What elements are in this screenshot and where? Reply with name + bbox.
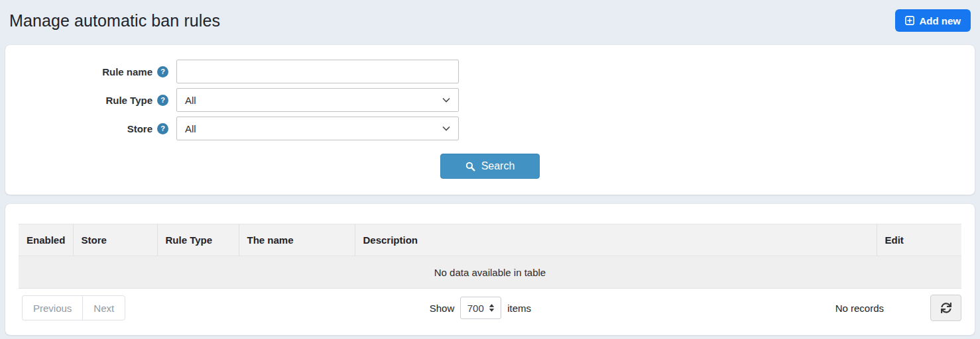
question-circle-icon[interactable]: ? xyxy=(157,66,168,77)
search-icon xyxy=(465,162,475,171)
empty-table-row: No data available in table xyxy=(19,256,961,289)
store-row: Store ? All xyxy=(5,117,975,140)
rules-table: Enabled Store Rule Type The name Descrip… xyxy=(19,224,961,289)
records-area: No records xyxy=(835,295,961,321)
up-down-arrows-icon xyxy=(489,304,495,312)
rule-name-row: Rule name ? xyxy=(5,60,975,83)
page-size-value: 700 xyxy=(467,303,484,314)
rule-name-label: Rule name xyxy=(102,66,153,77)
column-header-store: Store xyxy=(73,224,157,256)
filter-panel: Rule name ? Rule Type ? All Store ? xyxy=(5,45,975,195)
previous-page-button[interactable]: Previous xyxy=(22,295,82,320)
column-header-edit: Edit xyxy=(877,224,961,256)
page-size-control: Show 700 items xyxy=(125,297,835,319)
search-row: Search xyxy=(5,154,975,179)
refresh-sync-icon xyxy=(941,303,951,313)
store-selected-value: All xyxy=(185,123,196,134)
column-header-rule-type: Rule Type xyxy=(157,224,239,256)
next-page-button[interactable]: Next xyxy=(82,295,125,320)
chevron-down-icon xyxy=(442,126,450,131)
empty-table-message: No data available in table xyxy=(19,256,961,289)
table-header-row: Enabled Store Rule Type The name Descrip… xyxy=(19,224,961,256)
question-circle-icon[interactable]: ? xyxy=(157,123,168,134)
show-label: Show xyxy=(430,303,455,314)
search-button-label: Search xyxy=(481,160,515,172)
question-circle-icon[interactable]: ? xyxy=(157,95,168,106)
rule-type-row: Rule Type ? All xyxy=(5,88,975,112)
page-title: Manage automatic ban rules xyxy=(9,11,220,30)
store-label: Store xyxy=(127,123,153,134)
page-size-select[interactable]: 700 xyxy=(460,297,501,319)
search-button[interactable]: Search xyxy=(440,154,540,179)
items-label: items xyxy=(507,303,531,314)
refresh-button[interactable] xyxy=(930,295,961,321)
pagination: Previous Next xyxy=(22,295,125,320)
add-new-button[interactable]: Add new xyxy=(895,9,971,32)
add-new-label: Add new xyxy=(920,15,961,26)
rule-name-input[interactable] xyxy=(176,60,459,83)
records-status: No records xyxy=(835,303,884,314)
column-header-the-name: The name xyxy=(239,224,355,256)
column-header-description: Description xyxy=(355,224,877,256)
results-panel: Enabled Store Rule Type The name Descrip… xyxy=(5,204,975,335)
rule-type-select[interactable]: All xyxy=(176,88,459,112)
column-header-enabled: Enabled xyxy=(19,224,73,256)
rule-type-selected-value: All xyxy=(185,95,196,106)
rule-type-label: Rule Type xyxy=(105,95,153,106)
table-footer: Previous Next Show 700 items No records xyxy=(19,294,961,322)
store-select[interactable]: All xyxy=(176,117,459,140)
page-header: Manage automatic ban rules Add new xyxy=(0,0,980,41)
plus-square-icon xyxy=(905,16,914,25)
chevron-down-icon xyxy=(442,97,450,103)
